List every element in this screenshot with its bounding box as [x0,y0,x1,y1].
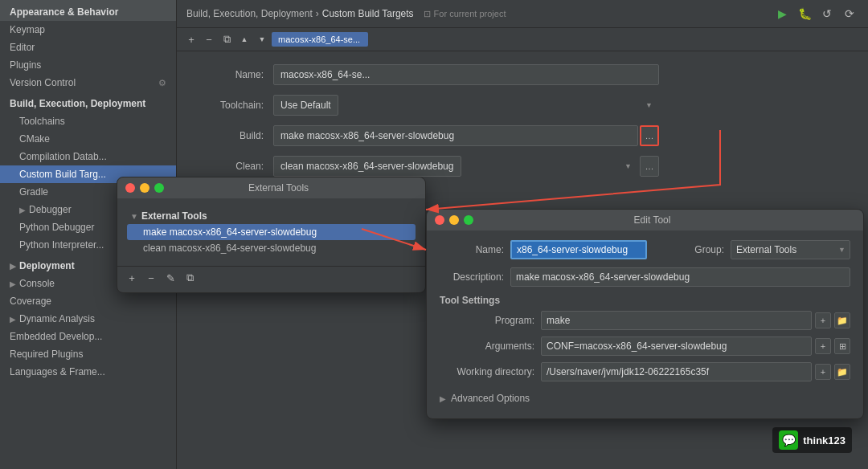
arguments-macro-btn[interactable]: ⊞ [834,338,850,354]
toolchain-select[interactable]: Use Default [273,95,338,116]
working-dir-input-wrapper: + 📁 [541,362,850,381]
refresh-button[interactable]: ↺ [818,5,836,22]
move-up-button[interactable]: ▲ [236,31,252,47]
remove-target-button[interactable]: − [201,31,217,47]
build-label: Build: [193,130,273,141]
move-down-button[interactable]: ▼ [254,31,270,47]
clean-item[interactable]: clean macosx-x86_64-server-slowdebug [127,240,416,256]
advanced-options-section[interactable]: ▶ Advanced Options [440,388,850,409]
edit-name-label: Name: [440,244,504,255]
breadcrumb: Build, Execution, Deployment › Custom Bu… [186,8,506,19]
copy-target-button[interactable]: ⧉ [219,31,235,47]
working-dir-row: Working directory: + 📁 [446,362,850,381]
name-row: Name: [193,64,852,85]
advanced-options-label: Advanced Options [451,393,530,404]
toolbar-row: + − ⧉ ▲ ▼ macosx-x86_64-se... [177,28,868,51]
name-input[interactable] [273,64,659,85]
program-add-btn[interactable]: + [815,312,831,328]
program-row: Program: + 📁 [446,311,850,330]
sidebar-item-editor[interactable]: Editor [0,39,176,56]
debug-button[interactable]: 🐛 [796,5,813,22]
project-icon: ⊡ [424,9,431,19]
breadcrumb-current: Custom Build Targets [322,8,414,19]
sidebar-item-required-plugins[interactable]: Required Plugins [0,345,176,363]
add-target-button[interactable]: + [183,31,199,47]
edit-tool-titlebar: Edit Tool [427,210,863,230]
build-row: Build: … [193,125,852,146]
sidebar-item-compilation-data[interactable]: Compilation Datab... [0,148,176,165]
arguments-input-wrapper: + ⊞ [541,336,850,356]
make-item[interactable]: make macosx-x86_64-server-slowdebug [127,224,416,240]
edit-close-button[interactable] [435,215,444,225]
sidebar-item-build-execution[interactable]: Build, Execution, Deployment [0,92,176,112]
program-input[interactable] [541,311,812,330]
arguments-input[interactable] [541,336,812,356]
sidebar-item-languages-frame[interactable]: Languages & Frame... [0,363,176,381]
external-tools-group[interactable]: ▼ External Tools [127,208,416,224]
edit-tool-form: Name: Group: External Tools Description:… [427,230,863,418]
top-bar-right: ▶ 🐛 ↺ ⟳ [773,5,858,22]
sidebar-item-toolchains[interactable]: Toolchains [0,112,176,130]
arguments-row: Arguments: + ⊞ [446,336,850,356]
edit-tool-button[interactable]: ✎ [162,270,178,286]
edit-name-input[interactable] [510,240,647,259]
arguments-label: Arguments: [446,341,534,352]
working-dir-label: Working directory: [446,366,534,377]
toolchain-row: Toolchain: Use Default [193,95,852,116]
external-tools-window: External Tools ▼ External Tools make mac… [117,177,426,293]
edit-description-input[interactable] [510,267,850,287]
tool-settings-grid: Program: + 📁 Arguments: + ⊞ Working dire… [440,311,850,381]
sidebar-item-version-control[interactable]: Version Control ⚙ [0,74,176,92]
program-folder-btn[interactable]: 📁 [834,312,850,328]
working-dir-add-btn[interactable]: + [815,364,831,380]
external-tools-footer: + − ✎ ⧉ [117,266,425,292]
edit-tool-title: Edit Tool [449,214,855,226]
top-bar: Build, Execution, Deployment › Custom Bu… [177,0,868,28]
edit-description-label: Description: [440,271,504,283]
sidebar-item-appearance[interactable]: Appearance & Behavior [0,0,176,21]
selected-target-tab[interactable]: macosx-x86_64-se... [272,32,368,47]
breadcrumb-arrow: › [316,8,319,19]
group-label: External Tools [141,210,207,222]
working-dir-folder-btn[interactable]: 📁 [834,364,850,380]
reload-button[interactable]: ⟳ [841,5,858,22]
sidebar-item-dynamic-analysis[interactable]: ▶ Dynamic Analysis [0,310,176,328]
external-tools-tree: ▼ External Tools make macosx-x86_64-serv… [124,205,419,259]
external-tools-content: ▼ External Tools make macosx-x86_64-serv… [117,198,425,266]
tool-settings-title: Tool Settings [440,295,850,306]
working-dir-input[interactable] [541,362,812,381]
watermark-text: think123 [803,434,845,447]
clean-select[interactable]: clean macosx-x86_64-server-slowdebug [273,156,461,177]
sidebar-item-cmake[interactable]: CMake [0,130,176,148]
name-label: Name: [193,69,273,80]
run-button[interactable]: ▶ [773,5,791,22]
sidebar-item-coverage[interactable]: Coverage [0,292,176,310]
edit-description-row: Description: [440,267,850,287]
copy-tool-button[interactable]: ⧉ [182,270,198,286]
project-label: For current project [434,9,506,18]
close-button[interactable] [125,183,135,193]
sidebar-item-embedded-develop[interactable]: Embedded Develop... [0,328,176,345]
wechat-icon: 💬 [779,430,798,450]
clean-dots-button[interactable]: … [640,156,659,177]
remove-tool-button[interactable]: − [143,270,159,286]
arguments-add-btn[interactable]: + [815,338,831,354]
edit-tool-window: Edit Tool Name: Group: External Tools De… [426,209,864,419]
toolchain-label: Toolchain: [193,100,273,111]
program-input-wrapper: + 📁 [541,311,850,330]
add-tool-button[interactable]: + [124,270,140,286]
watermark: 💬 think123 [772,427,852,453]
clean-row: Clean: clean macosx-x86_64-server-slowde… [193,156,852,177]
advanced-arrow-icon: ▶ [440,394,446,403]
clean-label: Clean: [193,161,273,172]
build-input[interactable] [273,125,638,146]
edit-group-label: Group: [660,244,724,255]
program-label: Program: [446,315,534,326]
sidebar-item-plugins[interactable]: Plugins [0,56,176,74]
edit-name-row: Name: Group: External Tools [440,240,850,259]
build-dots-button[interactable]: … [640,125,659,146]
breadcrumb-parent: Build, Execution, Deployment [186,8,313,19]
external-tools-titlebar: External Tools [117,177,425,198]
edit-group-select[interactable]: External Tools [731,240,850,259]
sidebar-item-keymap[interactable]: Keymap [0,21,176,39]
